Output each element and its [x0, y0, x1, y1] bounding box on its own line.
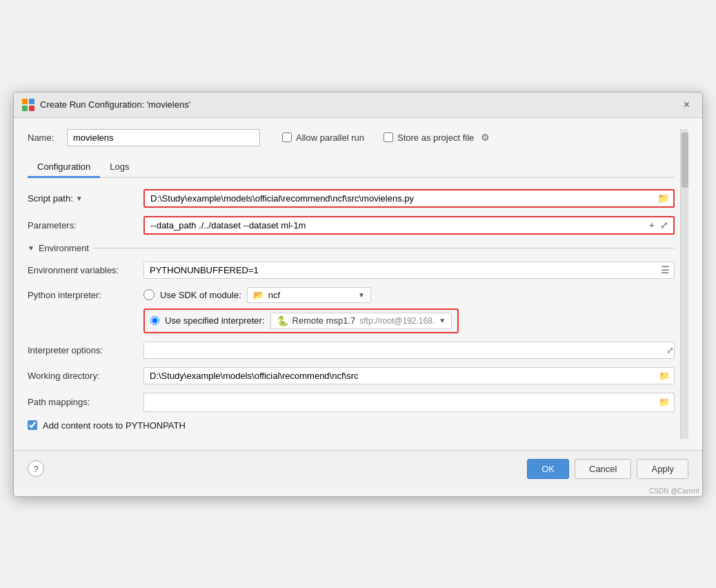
tab-configuration[interactable]: Configuration	[28, 157, 100, 178]
use-sdk-label: Use SDK of module:	[160, 290, 241, 300]
interpreter-options-input-group: ⤢	[143, 342, 675, 359]
python-remote-icon: 🐍	[277, 315, 288, 326]
name-label: Name:	[28, 133, 59, 143]
use-specified-label: Use specified interpreter:	[165, 315, 265, 326]
params-buttons: + ⤢	[647, 219, 673, 231]
params-expand-icon[interactable]: ⤢	[658, 219, 670, 231]
add-content-roots-checkbox[interactable]	[28, 420, 37, 430]
use-specified-interpreter-group: Use specified interpreter: 🐍 Remote msp1…	[143, 308, 459, 333]
env-variables-edit-icon[interactable]: ☰	[657, 262, 674, 277]
store-project-checkbox[interactable]	[384, 133, 393, 142]
working-directory-input[interactable]	[144, 368, 655, 384]
script-path-input[interactable]	[145, 190, 653, 206]
name-input[interactable]	[67, 129, 260, 146]
params-add-icon[interactable]: +	[647, 219, 657, 231]
svg-rect-1	[29, 99, 34, 104]
script-path-input-group: 📁	[143, 189, 675, 208]
use-specified-radio[interactable]	[150, 316, 159, 325]
interpreter-options-input[interactable]	[144, 342, 666, 358]
interpreter-name: Remote msp1.7	[292, 315, 356, 326]
use-sdk-radio[interactable]	[143, 289, 155, 300]
folder-icon: 📁	[657, 193, 669, 204]
script-path-label: Script path:	[28, 193, 73, 204]
ok-button[interactable]: OK	[527, 459, 569, 479]
allow-parallel-label: Allow parallel run	[296, 133, 364, 143]
title-bar: Create Run Configuration: 'movielens' ×	[14, 92, 702, 118]
store-project-group: Store as project file ⚙	[384, 132, 490, 143]
path-mappings-label: Path mappings:	[28, 397, 138, 407]
cancel-button[interactable]: Cancel	[575, 459, 631, 479]
working-directory-input-group: 📁	[143, 367, 675, 384]
dialog-footer: ? OK Cancel Apply	[14, 450, 702, 487]
environment-collapse-icon[interactable]: ▼	[28, 244, 34, 252]
tabs-area: Configuration Logs Script path: ▼ 📁	[28, 157, 675, 431]
parameters-input[interactable]	[145, 217, 647, 233]
svg-rect-2	[22, 106, 28, 111]
title-bar-left: Create Run Configuration: 'movielens'	[22, 99, 190, 111]
main-content: Name: Allow parallel run Store as projec…	[28, 129, 675, 439]
interpreter-options-row: Interpreter options: ⤢	[28, 342, 675, 359]
env-variables-row: Environment variables: ☰	[28, 262, 675, 279]
dialog-body: Name: Allow parallel run Store as projec…	[14, 118, 702, 450]
parameters-row: Parameters: + ⤢	[28, 216, 675, 235]
footer-left: ?	[28, 460, 44, 477]
parameters-label: Parameters:	[28, 220, 138, 231]
vertical-scrollbar[interactable]	[680, 129, 688, 439]
env-variables-input[interactable]	[144, 262, 657, 278]
interpreter-options-expand-icon[interactable]: ⤢	[666, 345, 674, 355]
path-mappings-row: Path mappings: 📁	[28, 393, 675, 412]
working-directory-label: Working directory:	[28, 371, 138, 381]
allow-parallel-checkbox[interactable]	[282, 133, 292, 142]
env-variables-input-group: ☰	[143, 262, 675, 279]
apply-button[interactable]: Apply	[637, 459, 688, 479]
environment-section-line	[93, 248, 675, 248]
module-folder-icon: 📂	[253, 290, 264, 300]
scrollbar-thumb[interactable]	[682, 133, 688, 188]
interpreter-subtext: sftp://root@192.168.	[359, 316, 435, 326]
interpreter-options-list: Use SDK of module: 📂 ncf ▼ Use sp	[143, 287, 459, 333]
environment-section-header: ▼ Environment	[28, 243, 675, 253]
svg-rect-3	[29, 106, 34, 111]
parameters-input-group: + ⤢	[143, 216, 675, 235]
interpreter-dropdown-arrow-icon: ▼	[439, 317, 446, 324]
sdk-module-value: ncf	[268, 290, 280, 300]
python-interpreter-row: Python interpreter: Use SDK of module: 📂…	[28, 287, 675, 333]
env-variables-label: Environment variables:	[28, 265, 138, 275]
working-directory-row: Working directory: 📁	[28, 367, 675, 384]
script-path-browse-button[interactable]: 📁	[653, 190, 673, 206]
python-interpreter-label: Python interpreter:	[28, 287, 138, 300]
gear-icon[interactable]: ⚙	[481, 132, 490, 143]
tab-logs[interactable]: Logs	[100, 157, 139, 178]
name-row: Name: Allow parallel run Store as projec…	[28, 129, 675, 146]
add-content-roots-label: Add content roots to PYTHONPATH	[43, 420, 186, 431]
working-directory-browse-icon[interactable]: 📁	[655, 369, 674, 383]
close-button[interactable]: ×	[679, 98, 694, 112]
watermark: CSDN @Carrrrrl	[14, 487, 702, 496]
dialog-title: Create Run Configuration: 'movielens'	[40, 99, 190, 110]
sdk-dropdown-arrow-icon: ▼	[358, 291, 365, 299]
interpreter-options-label: Interpreter options:	[28, 345, 138, 355]
tabs: Configuration Logs	[28, 157, 675, 178]
path-mappings-input[interactable]	[144, 394, 655, 410]
script-path-dropdown-icon[interactable]: ▼	[76, 195, 83, 202]
allow-parallel-group: Allow parallel run	[282, 133, 364, 143]
help-button[interactable]: ?	[28, 460, 44, 477]
use-sdk-option: Use SDK of module: 📂 ncf ▼	[143, 287, 459, 303]
python-interpreter-options: Use SDK of module: 📂 ncf ▼ Use sp	[143, 287, 675, 333]
script-path-label-group: Script path: ▼	[28, 193, 138, 204]
add-content-roots-row: Add content roots to PYTHONPATH	[28, 420, 675, 431]
footer-right: OK Cancel Apply	[527, 459, 688, 479]
script-path-row: Script path: ▼ 📁	[28, 189, 675, 208]
run-configuration-dialog: Create Run Configuration: 'movielens' × …	[13, 92, 703, 497]
app-icon	[22, 99, 34, 111]
path-mappings-browse-icon[interactable]: 📁	[655, 395, 674, 409]
path-mappings-input-group: 📁	[143, 393, 675, 412]
environment-section-title: Environment	[39, 243, 89, 253]
store-project-label: Store as project file	[397, 133, 474, 143]
sdk-module-dropdown[interactable]: 📂 ncf ▼	[247, 287, 371, 303]
svg-rect-0	[22, 99, 28, 104]
interpreter-dropdown[interactable]: 🐍 Remote msp1.7 sftp://root@192.168. ▼	[270, 313, 453, 329]
